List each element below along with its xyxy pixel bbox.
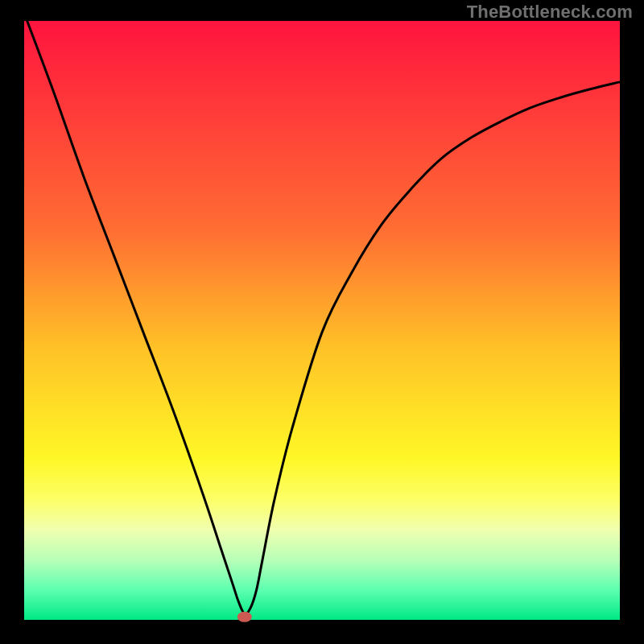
watermark-text: TheBottleneck.com	[467, 2, 633, 23]
chart-container: TheBottleneck.com	[0, 0, 644, 644]
bottleneck-chart	[0, 0, 644, 644]
gradient-background	[24, 21, 620, 620]
optimal-marker	[237, 612, 252, 622]
